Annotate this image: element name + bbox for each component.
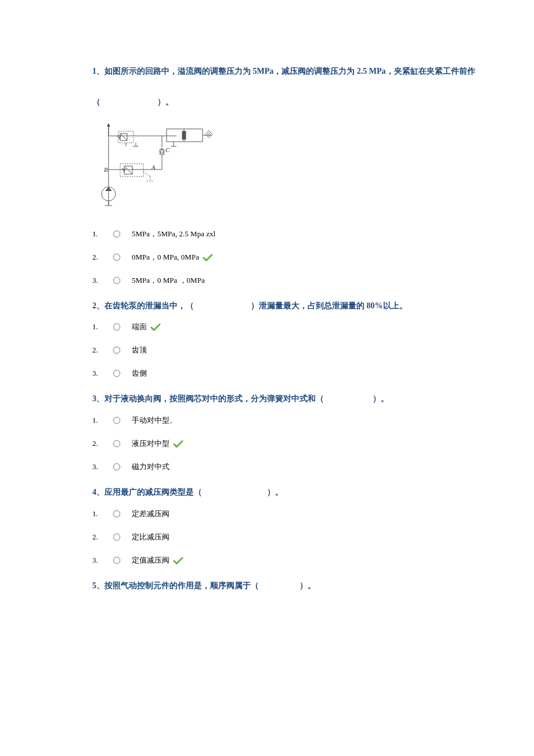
q2-option-2[interactable]: 2. 齿顶	[92, 345, 533, 355]
diagram-label-c: C	[165, 146, 170, 153]
option-number: 1.	[92, 229, 113, 239]
question-2: 2、在齿轮泵的泄漏当中，（ ）泄漏量最大，占到总泄漏量的 80%以上。 1. 端…	[92, 298, 533, 379]
option-text: 端面	[132, 322, 147, 332]
option-number: 2.	[92, 439, 113, 448]
option-text: 定值减压阀	[132, 555, 169, 566]
option-number: 3.	[92, 276, 113, 285]
q3-option-3[interactable]: 3. 磁力对中式	[92, 462, 533, 472]
question-4-prompt: 4、应用最广的减压阀类型是（ ）。	[92, 485, 533, 501]
option-number: 2.	[92, 532, 113, 542]
diagram-label-a: A	[151, 164, 156, 171]
radio-icon[interactable]	[113, 277, 120, 284]
radio-icon[interactable]	[113, 440, 120, 447]
radio-icon[interactable]	[113, 510, 120, 517]
option-number: 3.	[92, 369, 113, 378]
check-icon	[203, 253, 212, 261]
radio-icon[interactable]	[113, 417, 120, 424]
radio-icon[interactable]	[113, 463, 120, 470]
check-icon	[173, 556, 182, 564]
option-text: 0MPa，0 MPa, 0MPa	[132, 252, 199, 262]
option-text: 手动对中型。	[132, 415, 177, 426]
option-number: 1.	[92, 509, 113, 519]
option-text: 齿顶	[132, 345, 147, 355]
option-text: 定差减压阀	[132, 509, 169, 519]
question-5-prompt: 5、按照气动控制元件的作用是，顺序阀属于（ ）。	[92, 578, 533, 594]
q4-option-1[interactable]: 1. 定差减压阀	[92, 509, 533, 519]
question-1: 1、如图所示的回路中，溢流阀的调整压力为 5MPa，减压阀的调整压力为 2.5 …	[92, 64, 533, 286]
question-3-prompt: 3、对于液动换向阀，按照阀芯对中的形式，分为弹簧对中式和（ ）。	[92, 391, 533, 407]
q2-option-3[interactable]: 3. 齿侧	[92, 368, 533, 379]
option-number: 2.	[92, 345, 113, 355]
radio-icon[interactable]	[113, 557, 120, 564]
q1-line2: （ ）。	[92, 98, 174, 106]
q1-option-3[interactable]: 3. 5MPa，0 MPa ，0MPa	[92, 275, 533, 286]
option-text: 齿侧	[132, 368, 147, 379]
radio-icon[interactable]	[113, 231, 120, 237]
question-2-prompt: 2、在齿轮泵的泄漏当中，（ ）泄漏量最大，占到总泄漏量的 80%以上。	[92, 298, 533, 314]
option-number: 1.	[92, 416, 113, 425]
option-text: 磁力对中式	[132, 462, 169, 472]
svg-line-25	[143, 172, 150, 177]
svg-rect-16	[182, 131, 186, 139]
svg-rect-6	[118, 131, 134, 143]
q4-option-2[interactable]: 2. 定比减压阀	[92, 532, 533, 542]
q3-option-2[interactable]: 2. 液压对中型	[92, 438, 533, 449]
option-number: 2.	[92, 253, 113, 262]
option-number: 1.	[92, 322, 113, 332]
q4-option-3[interactable]: 3. 定值减压阀	[92, 555, 533, 566]
hydraulic-circuit-diagram: B A C	[92, 118, 533, 217]
q1-line1: 1、如图所示的回路中，溢流阀的调整压力为 5MPa，减压阀的调整压力为 2.5 …	[92, 67, 475, 75]
question-1-prompt: 1、如图所示的回路中，溢流阀的调整压力为 5MPa，减压阀的调整压力为 2.5 …	[92, 64, 533, 110]
radio-icon[interactable]	[113, 534, 120, 541]
diagram-label-b: B	[104, 166, 108, 173]
option-text: 定比减压阀	[132, 532, 169, 542]
q3-option-1[interactable]: 1. 手动对中型。	[92, 415, 533, 426]
option-number: 3.	[92, 556, 113, 565]
radio-icon[interactable]	[113, 254, 120, 261]
q1-option-1[interactable]: 1. 5MPa，5MPa, 2.5 Mpa zxl	[92, 229, 533, 239]
q2-option-1[interactable]: 1. 端面	[92, 322, 533, 332]
radio-icon[interactable]	[113, 323, 120, 330]
radio-icon[interactable]	[113, 370, 120, 377]
page-content: 1、如图所示的回路中，溢流阀的调整压力为 5MPa，减压阀的调整压力为 2.5 …	[0, 0, 533, 629]
option-number: 3.	[92, 462, 113, 471]
option-text: 液压对中型	[132, 438, 169, 449]
check-icon	[150, 323, 160, 331]
question-3: 3、对于液动换向阀，按照阀芯对中的形式，分为弹簧对中式和（ ）。 1. 手动对中…	[92, 391, 533, 472]
radio-icon[interactable]	[113, 347, 120, 354]
q1-option-2[interactable]: 2. 0MPa，0 MPa, 0MPa	[92, 252, 533, 262]
question-4: 4、应用最广的减压阀类型是（ ）。 1. 定差减压阀 2. 定比减压阀 3. 定…	[92, 485, 533, 566]
option-text: 5MPa，0 MPa ，0MPa	[132, 275, 205, 286]
option-text: 5MPa，5MPa, 2.5 Mpa zxl	[132, 229, 215, 239]
question-5: 5、按照气动控制元件的作用是，顺序阀属于（ ）。	[92, 578, 533, 594]
check-icon	[173, 440, 182, 448]
